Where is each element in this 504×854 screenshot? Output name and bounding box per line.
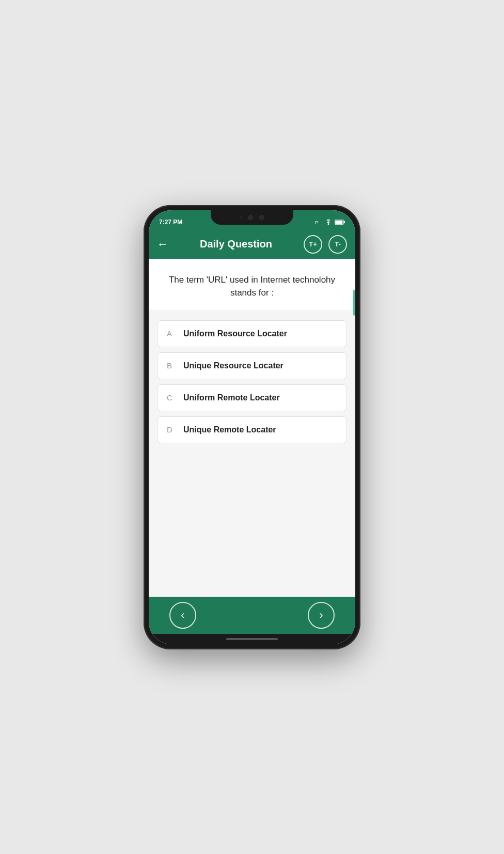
option-a[interactable]: A Uniform Resource Locater <box>157 320 347 347</box>
phone-screen: 7:27 PM P ← Daily Que <box>149 210 355 644</box>
font-decrease-button[interactable]: T- <box>328 235 347 254</box>
next-button[interactable]: › <box>308 602 335 629</box>
notch-camera <box>248 215 253 220</box>
prev-icon: ‹ <box>181 609 184 622</box>
font-increase-button[interactable]: T+ <box>304 235 322 254</box>
home-indicator <box>149 634 355 644</box>
question-card: The term 'URL' used in Internet technolo… <box>149 259 355 310</box>
svg-rect-3 <box>344 221 345 223</box>
option-d-text: Unique Remote Locater <box>183 425 276 434</box>
svg-text:P: P <box>315 220 318 225</box>
parcels-icon: P <box>315 219 322 226</box>
option-b[interactable]: B Unique Resource Locater <box>157 352 347 379</box>
option-d[interactable]: D Unique Remote Locater <box>157 416 347 443</box>
svg-rect-4 <box>335 220 342 223</box>
next-icon: › <box>319 609 323 622</box>
option-a-text: Uniform Resource Locater <box>183 329 287 338</box>
wifi-icon <box>324 219 333 225</box>
scroll-indicator <box>353 290 355 316</box>
option-d-letter: D <box>167 425 175 434</box>
bottom-bar: ‹ › <box>149 597 355 634</box>
phone-shell: 7:27 PM P ← Daily Que <box>144 205 360 649</box>
svg-point-1 <box>328 224 329 225</box>
options-container: A Uniform Resource Locater B Unique Reso… <box>149 310 355 454</box>
app-title: Daily Question <box>175 238 297 250</box>
status-time: 7:27 PM <box>159 219 182 226</box>
option-b-text: Unique Resource Locater <box>183 361 284 370</box>
content-area: The term 'URL' used in Internet technolo… <box>149 259 355 597</box>
option-a-letter: A <box>167 329 175 338</box>
option-c-letter: C <box>167 393 175 402</box>
status-icons: P <box>315 219 345 226</box>
notch-camera-2 <box>259 215 264 220</box>
notch-sensor <box>240 216 242 219</box>
option-c[interactable]: C Uniform Remote Locater <box>157 384 347 411</box>
prev-button[interactable]: ‹ <box>169 602 196 629</box>
option-c-text: Uniform Remote Locater <box>183 393 280 402</box>
question-text: The term 'URL' used in Internet technolo… <box>161 273 343 300</box>
option-b-letter: B <box>167 361 175 370</box>
battery-icon <box>335 219 345 225</box>
home-bar <box>226 638 278 640</box>
app-bar: ← Daily Question T+ T- <box>149 230 355 259</box>
notch <box>211 210 293 225</box>
back-button[interactable]: ← <box>157 239 168 250</box>
